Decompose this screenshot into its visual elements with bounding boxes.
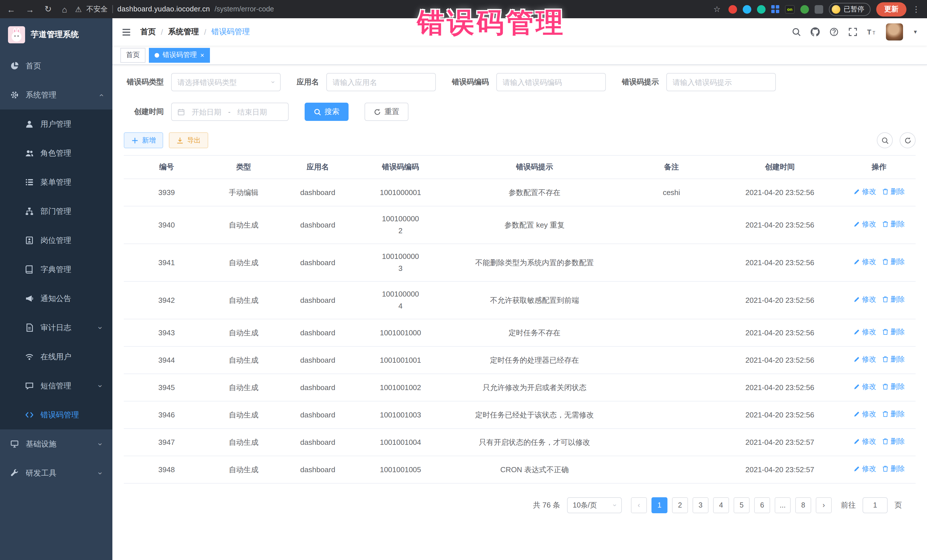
app-name-input[interactable] [333, 78, 430, 87]
breadcrumb-system[interactable]: 系统管理 [168, 27, 199, 37]
avatar-caret-down-icon[interactable]: ▼ [913, 29, 918, 35]
edit-link[interactable]: 修改 [853, 187, 876, 197]
edit-link[interactable]: 修改 [853, 409, 876, 420]
sidebar-item-user[interactable]: 用户管理 [0, 109, 112, 138]
extension-icon[interactable] [728, 5, 737, 14]
sidebar-item-sms[interactable]: 短信管理› [0, 371, 112, 400]
extension-on-badge[interactable]: on [785, 5, 795, 14]
search-button[interactable]: 搜索 [305, 103, 348, 121]
error-type-select-input[interactable] [178, 78, 269, 87]
edit-link[interactable]: 修改 [853, 436, 876, 447]
goto-page-input[interactable] [863, 497, 887, 513]
header-search-icon[interactable] [792, 27, 801, 36]
sidebar-item-menu[interactable]: 菜单管理 [0, 168, 112, 197]
filter-time-label: 创建时间 [124, 107, 164, 117]
extension-icon[interactable] [757, 5, 766, 14]
edit-link[interactable]: 修改 [853, 464, 876, 475]
extension-icon[interactable] [743, 5, 751, 14]
error-code-input[interactable] [503, 78, 600, 87]
edit-link[interactable]: 修改 [853, 294, 876, 305]
help-icon[interactable] [830, 27, 839, 36]
sidebar-item-home[interactable]: 首页 [0, 51, 112, 80]
browser-forward-icon[interactable]: → [26, 4, 34, 14]
app-logo[interactable]: 芋道管理系统 [0, 18, 112, 51]
pager-prev-button[interactable]: ‹ [631, 497, 647, 513]
delete-link[interactable]: 删除 [882, 219, 905, 230]
page-button-6[interactable]: 6 [754, 497, 770, 513]
error-type-select[interactable]: › [171, 73, 281, 91]
breadcrumb-home[interactable]: 首页 [140, 27, 156, 37]
edit-link[interactable]: 修改 [853, 381, 876, 392]
edit-link[interactable]: 修改 [853, 219, 876, 230]
add-button[interactable]: 新增 [124, 132, 163, 148]
extension-icon[interactable] [800, 5, 809, 14]
sidebar-item-dict[interactable]: 字典管理 [0, 255, 112, 284]
sidebar-item-post[interactable]: 岗位管理 [0, 226, 112, 255]
sidebar-item-devtools[interactable]: 研发工具› [0, 458, 112, 487]
delete-link[interactable]: 删除 [882, 256, 905, 267]
page-button-1[interactable]: 1 [652, 497, 667, 513]
delete-link[interactable]: 删除 [882, 381, 905, 392]
extensions-puzzle-icon[interactable] [815, 5, 823, 14]
fullscreen-icon[interactable] [848, 27, 857, 36]
error-msg-field[interactable] [666, 73, 776, 91]
browser-home-icon[interactable]: ⌂ [62, 4, 67, 14]
sidebar-item-infra[interactable]: 基础设施› [0, 429, 112, 458]
sidebar-item-online[interactable]: 在线用户 [0, 342, 112, 371]
delete-link[interactable]: 删除 [882, 327, 905, 338]
edit-link[interactable]: 修改 [853, 327, 876, 338]
profile-paused-pill[interactable]: 已暂停 [829, 3, 871, 16]
edit-link-label: 修改 [862, 256, 876, 267]
address-bar[interactable]: ⚠ 不安全 dashboard.yudao.iocoder.cn/system/… [75, 4, 720, 14]
github-icon[interactable] [811, 27, 820, 36]
page-button-4[interactable]: 4 [713, 497, 729, 513]
sidebar-item-audit[interactable]: 审计日志› [0, 313, 112, 342]
sidebar-item-errcode[interactable]: 错误码管理 [0, 400, 112, 429]
sidebar-item-notice[interactable]: 通知公告 [0, 284, 112, 313]
hamburger-icon[interactable] [122, 27, 131, 37]
extension-grid-icon[interactable] [771, 5, 779, 13]
browser-back-icon[interactable]: ← [7, 4, 15, 14]
delete-link[interactable]: 删除 [882, 187, 905, 197]
tab-close-icon[interactable]: × [200, 52, 204, 58]
edit-link[interactable]: 修改 [853, 354, 876, 365]
error-msg-input[interactable] [673, 78, 769, 87]
address-divider [112, 5, 113, 13]
sidebar-item-system[interactable]: 系统管理› [0, 80, 112, 109]
edit-link[interactable]: 修改 [853, 256, 876, 267]
browser-menu-icon[interactable]: ⋮ [912, 5, 920, 14]
export-button[interactable]: 导出 [169, 132, 208, 148]
filter-msg-label: 错误码提示 [622, 77, 659, 87]
reset-button[interactable]: 重置 [365, 103, 409, 121]
tab-home[interactable]: 首页 [120, 48, 146, 62]
user-avatar[interactable] [886, 23, 903, 41]
delete-link[interactable]: 删除 [882, 354, 905, 365]
bookmark-star-icon[interactable]: ☆ [713, 5, 720, 14]
sidebar-item-dept[interactable]: 部门管理 [0, 197, 112, 226]
date-range-picker[interactable]: - [171, 103, 289, 121]
delete-link[interactable]: 删除 [882, 409, 905, 420]
page-button-3[interactable]: 3 [693, 497, 708, 513]
delete-link[interactable]: 删除 [882, 464, 905, 475]
browser-update-button[interactable]: 更新 [876, 2, 906, 16]
font-size-icon[interactable]: TT [867, 27, 876, 36]
page-size-select[interactable]: 10条/页 › [567, 497, 622, 513]
end-date-input[interactable] [234, 108, 271, 116]
browser-reload-icon[interactable]: ↻ [44, 4, 52, 14]
page-ellipsis-button[interactable]: ... [775, 497, 791, 513]
error-code-field[interactable] [496, 73, 606, 91]
cell-code: 1001001001 [358, 355, 443, 366]
delete-link[interactable]: 删除 [882, 294, 905, 305]
page-button-2[interactable]: 2 [672, 497, 688, 513]
page-button-8[interactable]: 8 [795, 497, 811, 513]
start-date-input[interactable] [188, 108, 225, 116]
tab-error-code[interactable]: 错误码管理 × [149, 48, 210, 62]
app-name-field[interactable] [326, 73, 436, 91]
sidebar-item-role[interactable]: 角色管理 [0, 138, 112, 168]
pager-next-button[interactable]: › [816, 497, 832, 513]
delete-link[interactable]: 删除 [882, 436, 905, 447]
edit-link-label: 修改 [862, 409, 876, 420]
refresh-table-button[interactable] [900, 132, 916, 148]
page-button-5[interactable]: 5 [734, 497, 749, 513]
toggle-search-button[interactable] [877, 132, 893, 148]
